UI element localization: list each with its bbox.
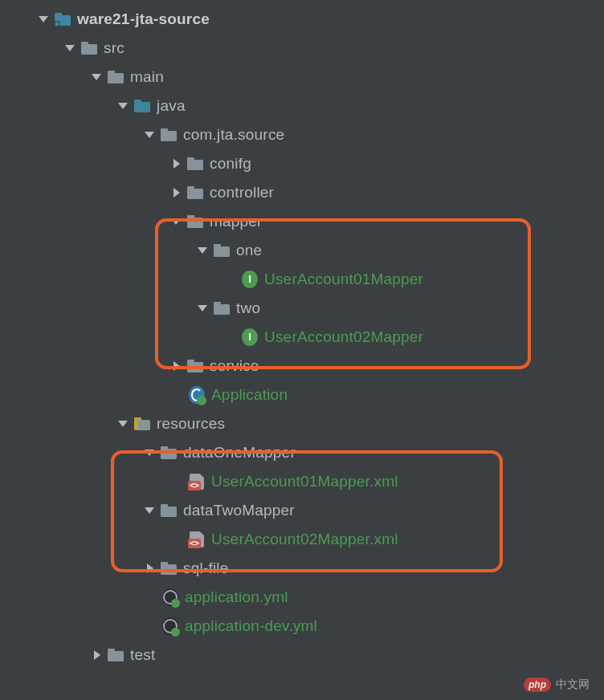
watermark: php 中文网: [524, 678, 590, 692]
svg-rect-16: [187, 218, 203, 228]
node-iface-ua01[interactable]: IUserAccount01Mapper: [8, 265, 604, 294]
resources-icon: [134, 416, 150, 432]
package-icon: [187, 358, 203, 374]
tree-item-label: UserAccount02Mapper.xml: [211, 525, 398, 554]
tree-item-label: com.jta.source: [183, 120, 284, 149]
svg-rect-20: [214, 304, 230, 315]
node-src[interactable]: src: [8, 34, 604, 63]
arrow-none: [171, 476, 182, 487]
svg-rect-33: [108, 651, 124, 661]
tree-item-label: src: [104, 34, 124, 63]
tree-item-label: mapper: [210, 207, 263, 236]
arrow-none: [224, 274, 235, 285]
chevron-right-icon[interactable]: [147, 564, 153, 573]
chevron-down-icon[interactable]: [198, 305, 207, 311]
node-java[interactable]: java: [8, 92, 604, 120]
node-pkg-two[interactable]: two: [8, 294, 604, 323]
tree-item-label: UserAccount01Mapper.xml: [211, 467, 398, 496]
package-icon: [187, 185, 203, 201]
svg-rect-10: [161, 131, 177, 141]
chevron-right-icon[interactable]: [173, 361, 180, 371]
chevron-right-icon[interactable]: [173, 159, 180, 169]
node-pkg-controller[interactable]: controller: [8, 178, 604, 207]
chevron-down-icon[interactable]: [118, 103, 128, 109]
svg-rect-2: [55, 22, 59, 26]
module-icon: [55, 11, 71, 27]
tree-item-label: resources: [157, 409, 225, 438]
package-icon: [187, 214, 203, 230]
chevron-down-icon[interactable]: [145, 507, 154, 514]
arrow-none: [171, 534, 182, 545]
node-application[interactable]: Application: [8, 381, 604, 409]
tree-item-label: main: [130, 63, 164, 92]
svg-rect-4: [81, 44, 97, 55]
package-icon: [214, 300, 230, 316]
tree-item-label: controller: [210, 178, 274, 207]
node-app-yml[interactable]: application.yml: [8, 583, 604, 612]
chevron-right-icon[interactable]: [173, 188, 180, 197]
tree-item-label: application.yml: [185, 583, 288, 612]
chevron-down-icon[interactable]: [145, 132, 154, 138]
svg-rect-12: [187, 160, 203, 170]
node-pkg-mapper[interactable]: mapper: [8, 207, 604, 236]
tree-item-label: java: [157, 92, 186, 120]
chevron-down-icon[interactable]: [118, 421, 128, 427]
chevron-down-icon[interactable]: [92, 74, 101, 80]
svg-rect-27: [161, 449, 177, 459]
package-icon: [214, 242, 230, 258]
node-xml-ua01[interactable]: UserAccount01Mapper.xml: [8, 467, 604, 496]
tree-item-label: dataOneMapper: [183, 438, 296, 467]
node-xml-ua02[interactable]: UserAccount02Mapper.xml: [8, 525, 604, 554]
node-pkg-root[interactable]: com.jta.source: [8, 120, 604, 149]
project-tree[interactable]: ware21-jta-sourcesrcmainjavacom.jta.sour…: [0, 0, 604, 669]
chevron-right-icon[interactable]: [94, 650, 100, 660]
arrow-none: [171, 389, 182, 401]
node-app-dev-yml[interactable]: application-dev.yml: [8, 612, 604, 641]
svg-rect-6: [108, 73, 124, 83]
svg-rect-25: [134, 421, 138, 429]
chevron-down-icon[interactable]: [39, 16, 48, 22]
node-test[interactable]: test: [8, 641, 604, 669]
xml-file-icon: [189, 531, 205, 547]
chevron-down-icon[interactable]: [198, 247, 207, 254]
folder-icon: [108, 69, 124, 85]
yml-file-icon: [162, 589, 178, 605]
node-iface-ua02[interactable]: IUserAccount02Mapper: [8, 323, 604, 352]
package-icon: [161, 127, 177, 143]
tree-item-label: dataTwoMapper: [183, 496, 295, 525]
svg-rect-14: [187, 189, 203, 199]
node-pkg-one[interactable]: one: [8, 236, 604, 265]
interface-icon: I: [242, 329, 258, 345]
tree-item-label: test: [130, 641, 155, 669]
svg-rect-8: [134, 102, 150, 112]
chevron-down-icon[interactable]: [171, 218, 181, 225]
node-data-one-mapper[interactable]: dataOneMapper: [8, 438, 604, 467]
arrow-none: [145, 592, 156, 603]
xml-file-icon: [189, 474, 205, 490]
svg-rect-18: [214, 246, 230, 257]
node-resources[interactable]: resources: [8, 409, 604, 438]
node-project-root[interactable]: ware21-jta-source: [8, 5, 604, 34]
watermark-text: 中文网: [556, 678, 590, 692]
node-main[interactable]: main: [8, 63, 604, 92]
folder-icon: [161, 560, 177, 576]
svg-rect-22: [187, 362, 203, 372]
tree-item-label: ware21-jta-source: [77, 5, 210, 34]
chevron-down-icon[interactable]: [145, 450, 154, 456]
watermark-badge: php: [524, 678, 551, 692]
interface-icon: I: [242, 271, 258, 287]
arrow-none: [224, 332, 235, 343]
folder-icon: [108, 647, 124, 663]
node-pkg-config[interactable]: conifg: [8, 149, 604, 178]
tree-item-label: application-dev.yml: [185, 612, 317, 641]
node-sql-file[interactable]: sql-file: [8, 554, 604, 583]
spring-app-icon: [189, 387, 205, 403]
folder-icon: [81, 40, 97, 56]
node-pkg-service[interactable]: service: [8, 352, 604, 381]
node-data-two-mapper[interactable]: dataTwoMapper: [8, 496, 604, 525]
tree-item-label: UserAccount02Mapper: [264, 323, 423, 352]
tree-item-label: Application: [211, 381, 288, 409]
chevron-down-icon[interactable]: [65, 45, 75, 51]
folder-icon: [161, 445, 177, 461]
yml-file-icon: [162, 618, 178, 634]
